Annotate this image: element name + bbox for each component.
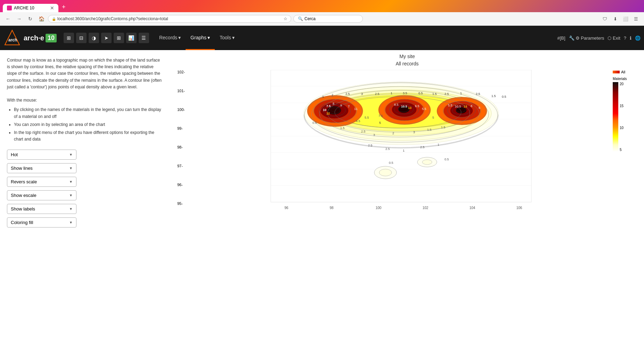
- help-item[interactable]: ?: [624, 35, 626, 41]
- reload-button[interactable]: ↻: [26, 14, 35, 23]
- parameters-item[interactable]: 🔧 ⚙ Parameters: [569, 35, 604, 41]
- svg-text:3.5: 3.5: [403, 91, 407, 95]
- svg-text:8.5: 8.5: [394, 103, 399, 106]
- chart-svg-container[interactable]: 1 2 2.5 3 2.5 1 3.5 0.5 1.5 2.5 1 2.5 1.…: [193, 70, 609, 217]
- svg-text:98: 98: [329, 206, 334, 210]
- layers-icon-btn[interactable]: ☰: [139, 33, 149, 43]
- svg-text:2.5: 2.5: [368, 144, 373, 147]
- chevron-down-icon: ▼: [69, 153, 73, 157]
- logo-icon: arch: [3, 29, 21, 46]
- nav-records[interactable]: Records ▾: [154, 26, 186, 50]
- logo-text: arch·e: [24, 34, 44, 42]
- svg-text:11: 11: [354, 107, 358, 111]
- svg-text:13: 13: [464, 105, 467, 108]
- svg-text:3: 3: [361, 92, 363, 96]
- chevron-down-icon: ▼: [69, 193, 73, 197]
- svg-text:8: 8: [333, 102, 334, 105]
- svg-text:1: 1: [460, 91, 462, 95]
- chevron-down-icon: ▼: [69, 221, 73, 224]
- color-scheme-dropdown[interactable]: Hot ▼: [7, 150, 76, 160]
- mouse-item-2: You can zoom in by selecting an area of …: [14, 121, 163, 128]
- active-tab[interactable]: ARCHE 10 ✕: [3, 4, 58, 12]
- color-scale-bar: [613, 82, 618, 152]
- revers-scale-dropdown[interactable]: Revers scale ▼: [7, 177, 76, 187]
- svg-text:2: 2: [332, 93, 333, 97]
- chart-title-2: All records: [177, 61, 637, 66]
- graphs-dropdown-icon: ▾: [207, 35, 210, 40]
- legend-color-swatch: [613, 71, 620, 73]
- new-tab-button[interactable]: +: [59, 2, 68, 12]
- half-circle-icon-btn[interactable]: ◑: [89, 33, 99, 43]
- table-icon-btn[interactable]: ⊞: [114, 33, 124, 43]
- tab-title: ARCHE 10: [14, 6, 34, 10]
- svg-text:100: 100: [376, 206, 382, 210]
- grid-icon-btn[interactable]: ⊞: [64, 33, 74, 43]
- svg-text:1: 1: [403, 149, 405, 152]
- chevron-down-icon: ▼: [69, 166, 73, 170]
- scale-label-10: 10: [620, 126, 623, 130]
- svg-text:1.5: 1.5: [340, 126, 345, 130]
- left-panel: Contour map is know as a topographic map…: [0, 50, 170, 351]
- tab-favicon: [7, 6, 12, 10]
- mouse-title: With the mouse:: [7, 97, 163, 104]
- svg-point-56: [422, 160, 432, 165]
- y-label-98: 98-: [177, 145, 191, 149]
- tab-close-button[interactable]: ✕: [50, 5, 54, 11]
- back-button[interactable]: ←: [3, 14, 13, 23]
- tabs-button[interactable]: ⬜: [621, 14, 630, 23]
- nav-tools[interactable]: Tools ▾: [215, 26, 239, 50]
- svg-text:1.5: 1.5: [441, 126, 446, 129]
- svg-text:2: 2: [392, 131, 394, 135]
- svg-text:96: 96: [284, 206, 288, 210]
- description-paragraph: Contour map is know as a topographic map…: [7, 57, 163, 90]
- materials-label: Materials: [613, 77, 637, 81]
- info-item[interactable]: ℹ: [630, 35, 631, 41]
- browser-actions: 🛡 ⬇ ⬜ ☰: [600, 14, 641, 23]
- y-label-102: 102-: [177, 70, 191, 74]
- show-escale-dropdown[interactable]: Show escale ▼: [7, 190, 76, 200]
- home-button[interactable]: 🏠: [37, 14, 46, 23]
- contour-chart[interactable]: 1 2 2.5 3 2.5 1 3.5 0.5 1.5 2.5 1 2.5 1.…: [193, 70, 609, 216]
- forward-button[interactable]: →: [15, 14, 24, 23]
- bookmark-item[interactable]: #[B]: [557, 35, 565, 41]
- legend-all-row: All: [613, 70, 637, 74]
- legend-panel: All Materials 20 15 10 5: [613, 70, 637, 152]
- svg-text:9: 9: [340, 104, 342, 107]
- exit-item[interactable]: ⬡ Exit: [608, 35, 620, 41]
- y-label-100: 100-: [177, 107, 191, 112]
- svg-text:arch: arch: [8, 38, 17, 42]
- svg-text:13: 13: [408, 106, 411, 110]
- mouse-item-1: By clicking on the names of the material…: [14, 106, 163, 120]
- search-icon: 🔍: [298, 16, 303, 21]
- svg-text:10.5: 10.5: [455, 105, 461, 108]
- search-bar[interactable]: 🔍 Cerca: [293, 15, 363, 23]
- svg-text:102: 102: [423, 206, 429, 210]
- svg-text:6: 6: [479, 106, 480, 110]
- y-label-97: 97-: [177, 164, 191, 168]
- svg-text:5: 5: [379, 121, 381, 125]
- svg-text:2.5: 2.5: [445, 92, 449, 96]
- arrow-icon-btn[interactable]: ➤: [101, 33, 112, 43]
- menu-button[interactable]: ☰: [631, 14, 641, 23]
- svg-text:2.5: 2.5: [345, 92, 350, 96]
- svg-text:5.5: 5.5: [422, 107, 426, 111]
- star-icon: ☆: [284, 16, 287, 21]
- grid2-icon-btn[interactable]: ⊟: [76, 33, 87, 43]
- coloring-fill-dropdown[interactable]: Coloring fill ▼: [7, 217, 76, 228]
- records-dropdown-icon: ▾: [178, 35, 181, 40]
- extensions-button[interactable]: 🛡: [600, 14, 609, 23]
- globe-item[interactable]: 🌐: [635, 35, 641, 41]
- svg-text:3: 3: [413, 130, 415, 134]
- show-lines-dropdown[interactable]: Show lines ▼: [7, 163, 76, 173]
- show-labels-dropdown[interactable]: Show labels ▼: [7, 204, 76, 214]
- logo-version: 10: [46, 34, 57, 42]
- logo-area: arch arch·e 10: [3, 29, 57, 47]
- svg-text:1.5: 1.5: [491, 94, 496, 98]
- chart-icon-btn[interactable]: 📊: [126, 33, 137, 43]
- address-bar[interactable]: 🔒 localhost:3600/arche10graficContorns.p…: [48, 15, 291, 23]
- svg-text:0.5: 0.5: [445, 158, 449, 161]
- nav-graphs[interactable]: Graphs ▾: [186, 26, 215, 50]
- svg-text:2.5: 2.5: [361, 130, 366, 133]
- download-button[interactable]: ⬇: [611, 14, 620, 23]
- svg-text:6.5: 6.5: [415, 104, 419, 108]
